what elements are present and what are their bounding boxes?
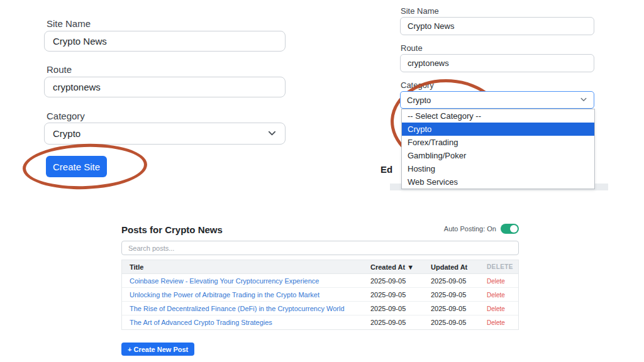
page: Site Name Route Category Crypto Create S…	[0, 0, 644, 362]
dropdown-option-forex-trading[interactable]: Forex/Trading	[402, 136, 594, 149]
route-input[interactable]	[400, 54, 594, 72]
auto-posting-control: Auto Posting: On	[434, 224, 519, 234]
updated-at-cell: 2025-09-05	[431, 305, 487, 312]
auto-posting-label: Auto Posting: On	[444, 225, 496, 233]
site-name-label: Site Name	[47, 18, 91, 29]
site-name-input[interactable]	[44, 31, 286, 52]
category-select-focused[interactable]: Crypto	[400, 91, 594, 109]
header-delete: DELETE	[487, 263, 518, 270]
chevron-down-icon	[267, 128, 277, 140]
auto-posting-toggle[interactable]	[501, 224, 519, 234]
post-title-link[interactable]: The Art of Advanced Crypto Trading Strat…	[130, 319, 272, 326]
table-row: Unlocking the Power of Arbitrage Trading…	[122, 288, 518, 302]
dropdown-option-gambling-poker[interactable]: Gambling/Poker	[402, 149, 594, 162]
delete-post-link[interactable]: Delete	[487, 319, 505, 326]
category-select-value: Crypto	[53, 128, 80, 139]
created-at-cell: 2025-09-05	[370, 277, 431, 285]
post-title-link[interactable]: The Rise of Decentralized Finance (DeFi)…	[130, 305, 345, 312]
partial-edit-heading: Ed	[380, 164, 392, 175]
header-title: Title	[122, 263, 370, 271]
updated-at-cell: 2025-09-05	[431, 319, 487, 326]
dropdown-option-hosting[interactable]: Hosting	[402, 162, 594, 175]
site-name-label: Site Name	[401, 6, 439, 16]
search-posts-input[interactable]	[121, 241, 519, 255]
category-label: Category	[47, 111, 85, 121]
updated-at-cell: 2025-09-05	[431, 277, 487, 285]
category-label: Category	[401, 80, 434, 90]
toggle-knob-icon	[510, 225, 518, 233]
category-dropdown-list: -- Select Category -- Crypto Forex/Tradi…	[401, 109, 595, 189]
post-title-link[interactable]: Coinbase Review - Elevating Your Cryptoc…	[130, 277, 319, 285]
site-name-input[interactable]	[400, 17, 594, 35]
table-row: The Rise of Decentralized Finance (DeFi)…	[122, 302, 518, 315]
dropdown-option-crypto[interactable]: Crypto	[402, 123, 594, 136]
chevron-down-icon	[580, 96, 587, 105]
header-updated-at: Updated At	[431, 263, 487, 271]
create-site-button[interactable]: Create Site	[46, 156, 107, 177]
category-select-value: Crypto	[407, 96, 431, 105]
posts-table: Title Created At ▼ Updated At DELETE Coi…	[121, 260, 519, 330]
delete-post-link[interactable]: Delete	[487, 292, 505, 299]
delete-post-link[interactable]: Delete	[487, 278, 505, 285]
created-at-cell: 2025-09-05	[370, 291, 431, 299]
table-header-row: Title Created At ▼ Updated At DELETE	[122, 260, 518, 274]
route-input[interactable]	[44, 77, 286, 97]
header-created-at-sort[interactable]: Created At ▼	[370, 263, 431, 271]
created-at-cell: 2025-09-05	[370, 305, 431, 312]
dropdown-option-select-category[interactable]: -- Select Category --	[402, 109, 594, 123]
updated-at-cell: 2025-09-05	[431, 291, 487, 299]
posts-panel-title: Posts for Crypto News	[121, 224, 223, 235]
table-row: The Art of Advanced Crypto Trading Strat…	[122, 315, 518, 329]
create-new-post-button[interactable]: + Create New Post	[121, 343, 194, 356]
category-select[interactable]: Crypto	[44, 123, 286, 145]
post-title-link[interactable]: Unlocking the Power of Arbitrage Trading…	[130, 291, 319, 299]
route-label: Route	[47, 64, 72, 75]
delete-post-link[interactable]: Delete	[487, 305, 505, 312]
created-at-cell: 2025-09-05	[370, 319, 431, 326]
route-label: Route	[401, 43, 423, 53]
table-row: Coinbase Review - Elevating Your Cryptoc…	[122, 274, 518, 288]
dropdown-option-web-services[interactable]: Web Services	[402, 175, 594, 189]
